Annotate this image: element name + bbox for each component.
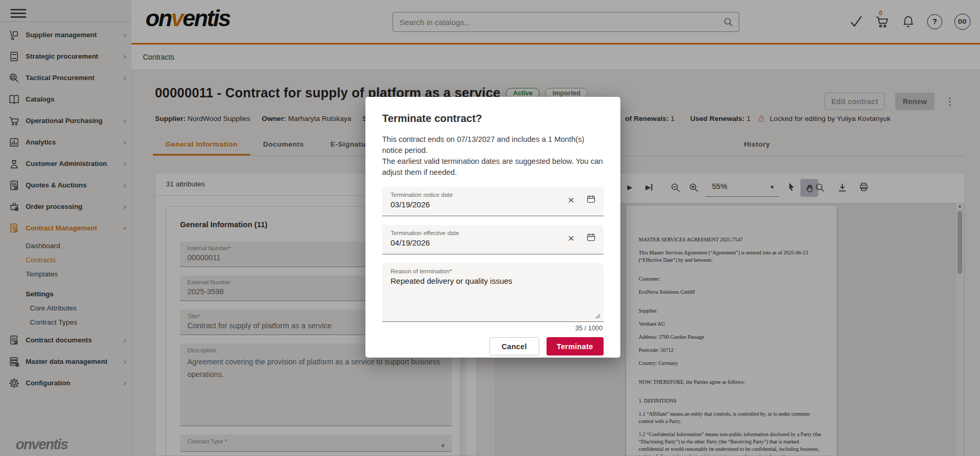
dialog-footer: Cancel Terminate <box>382 337 604 355</box>
dialog-body-line2: The earliest valid termination dates are… <box>382 156 604 178</box>
app-window: Supplier management › Strategic procurem… <box>0 0 980 456</box>
terminate-button[interactable]: Terminate <box>547 337 604 355</box>
dialog-title: Terminate contract? <box>382 113 604 125</box>
calendar-icon[interactable] <box>586 232 596 242</box>
cancel-button[interactable]: Cancel <box>489 337 539 355</box>
clear-date-icon[interactable]: × <box>568 194 574 205</box>
termination-notice-date-field[interactable]: Termination notice date 03/19/2026 × <box>382 187 604 216</box>
character-counter: 35 / 1000 <box>382 325 604 332</box>
dialog-body-line1: This contract ends on 07/13/2027 and inc… <box>382 134 604 156</box>
clear-date-icon[interactable]: × <box>568 232 574 243</box>
resize-handle-icon[interactable] <box>595 314 600 319</box>
terminate-contract-dialog: Terminate contract? This contract ends o… <box>365 97 620 358</box>
reason-of-termination-field[interactable]: Reason of termination* Repeated delivery… <box>382 263 604 322</box>
termination-effective-date-field[interactable]: Termination effective date 04/19/2026 × <box>382 225 604 254</box>
calendar-icon[interactable] <box>586 194 596 204</box>
